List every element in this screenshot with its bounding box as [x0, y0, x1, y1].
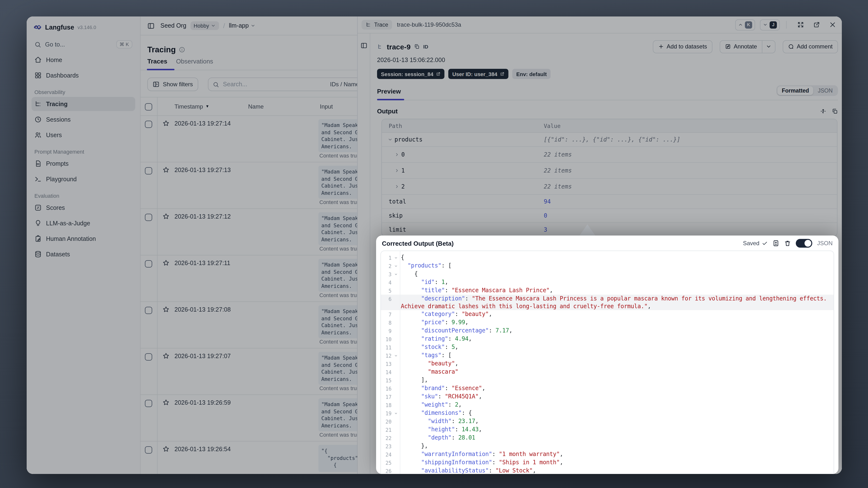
code-line: 26 "availabilityStatus": "Low Stock",	[381, 467, 834, 474]
line-number: 16	[381, 384, 392, 393]
code-content: "beauty",	[400, 360, 834, 368]
code-content: "category": "beauty",	[400, 310, 834, 318]
fold-chevron-icon[interactable]	[392, 270, 400, 278]
line-number: 11	[381, 343, 392, 352]
code-content: "mascara"	[400, 368, 834, 376]
code-content: "id": 1,	[400, 278, 834, 286]
line-number: 8	[381, 318, 392, 327]
fold-gutter	[392, 467, 400, 474]
code-content: "description": "The Essence Mascara Lash…	[400, 295, 834, 310]
code-line: 24 "warrantyInformation": "1 month warra…	[381, 450, 834, 458]
json-toggle[interactable]	[796, 239, 812, 248]
modal-title: Corrected Output (Beta)	[382, 240, 738, 247]
fold-gutter	[392, 376, 400, 384]
fold-gutter	[392, 327, 400, 335]
line-number: 26	[381, 467, 392, 474]
diff-file-icon[interactable]	[773, 240, 779, 247]
line-number: 18	[381, 401, 392, 409]
fold-gutter	[392, 286, 400, 295]
line-number: 25	[381, 458, 392, 467]
line-number: 9	[381, 327, 392, 335]
code-content: },	[400, 442, 834, 450]
line-number: 15	[381, 376, 392, 384]
fold-gutter	[392, 368, 400, 376]
code-line: 12 "tags": [	[381, 352, 834, 360]
line-number: 2	[381, 262, 392, 270]
fold-gutter	[392, 360, 400, 368]
code-line: 11 "stock": 5,	[381, 343, 834, 352]
saved-status: Saved	[743, 240, 768, 247]
code-line: 20 "width": 23.17,	[381, 417, 834, 426]
code-line: 14 "mascara"	[381, 368, 834, 376]
line-number: 10	[381, 335, 392, 343]
code-line: 22 "depth": 28.01	[381, 434, 834, 442]
code-content: "rating": 4.94,	[400, 335, 834, 343]
fold-gutter	[392, 417, 400, 426]
code-lines: 1{2 "products": [3 {4 "id": 1,5 "title":…	[381, 253, 834, 474]
line-number: 3	[381, 270, 392, 278]
line-number: 13	[381, 360, 392, 368]
code-line: 25 "shippingInformation": "Ships in 1 mo…	[381, 458, 834, 467]
code-content: "weight": 2,	[400, 401, 834, 409]
fold-gutter	[392, 426, 400, 434]
code-line: 1{	[381, 253, 834, 262]
code-line: 19 "dimensions": {	[381, 409, 834, 417]
code-content: "tags": [	[400, 352, 834, 360]
line-number: 7	[381, 310, 392, 318]
line-number: 19	[381, 409, 392, 417]
fold-gutter	[392, 434, 400, 442]
fold-gutter	[392, 278, 400, 286]
code-content: "dimensions": {	[400, 409, 834, 417]
code-content: "discountPercentage": 7.17,	[400, 327, 834, 335]
code-content: "products": [	[400, 262, 834, 270]
fold-chevron-icon[interactable]	[392, 253, 400, 262]
fold-gutter	[392, 442, 400, 450]
json-toggle-label: JSON	[817, 240, 833, 247]
check-icon	[762, 240, 768, 246]
line-number: 1	[381, 253, 392, 262]
code-content: ],	[400, 376, 834, 384]
code-line: 4 "id": 1,	[381, 278, 834, 286]
fold-gutter	[392, 343, 400, 352]
app-window: Langfuse v3.146.0 Go to... ⌘ K HomeDashb…	[27, 17, 842, 474]
popover-caret	[579, 224, 596, 236]
code-content: "stock": 5,	[400, 343, 834, 352]
fold-chevron-icon[interactable]	[392, 262, 400, 270]
line-number: 14	[381, 368, 392, 376]
code-content: "depth": 28.01	[400, 434, 834, 442]
trash-icon[interactable]	[784, 240, 791, 247]
code-content: "warrantyInformation": "1 month warranty…	[400, 450, 834, 458]
fold-gutter	[392, 318, 400, 327]
code-line: 7 "category": "beauty",	[381, 310, 834, 318]
line-number: 23	[381, 442, 392, 450]
code-line: 21 "height": 14.43,	[381, 426, 834, 434]
code-line: 10 "rating": 4.94,	[381, 335, 834, 343]
fold-gutter	[392, 310, 400, 318]
code-content: "shippingInformation": "Ships in 1 month…	[400, 458, 834, 467]
line-number: 12	[381, 352, 392, 360]
code-content: "title": "Essence Mascara Lash Prince",	[400, 286, 834, 295]
code-line: 3 {	[381, 270, 834, 278]
corrected-output-modal: Corrected Output (Beta) Saved JSON 1{2	[376, 236, 838, 474]
code-content: "brand": "Essence",	[400, 384, 834, 393]
code-line: 9 "discountPercentage": 7.17,	[381, 327, 834, 335]
fold-chevron-icon[interactable]	[392, 409, 400, 417]
fold-gutter	[392, 450, 400, 458]
json-editor[interactable]: 1{2 "products": [3 {4 "id": 1,5 "title":…	[380, 250, 834, 474]
fold-gutter	[392, 295, 400, 310]
code-content: {	[400, 270, 834, 278]
line-number: 4	[381, 278, 392, 286]
line-number: 24	[381, 450, 392, 458]
modal-header: Corrected Output (Beta) Saved JSON	[376, 236, 838, 251]
code-line: 13 "beauty",	[381, 360, 834, 368]
code-content: {	[400, 253, 834, 262]
line-number: 6	[381, 295, 392, 310]
code-content: "width": 23.17,	[400, 417, 834, 426]
fold-gutter	[392, 384, 400, 393]
fold-chevron-icon[interactable]	[392, 352, 400, 360]
fold-gutter	[392, 401, 400, 409]
line-number: 20	[381, 417, 392, 426]
code-line: 15 ],	[381, 376, 834, 384]
desktop: Langfuse v3.146.0 Go to... ⌘ K HomeDashb…	[0, 0, 868, 488]
code-line: 8 "price": 9.99,	[381, 318, 834, 327]
